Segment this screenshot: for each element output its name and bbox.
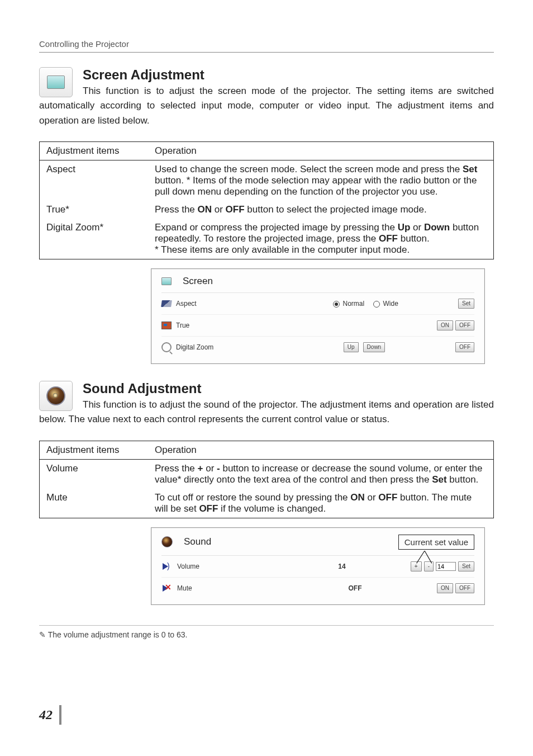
screen-icon [47, 75, 65, 89]
mute-on-button[interactable]: ON [437, 583, 453, 593]
sound-row-volume-op: Press the + or - button to increase or d… [148, 459, 494, 489]
true-on-button[interactable]: ON [437, 320, 453, 330]
dz-down-button[interactable]: Down [363, 342, 386, 352]
aspect-radio-wide[interactable]: Wide [373, 300, 398, 308]
screen-table: Adjustment items Operation Aspect Used t… [39, 141, 494, 259]
digital-zoom-icon [161, 342, 172, 352]
volume-input[interactable] [436, 562, 456, 571]
screen-title: Screen Adjustment [39, 67, 494, 83]
screen-th-items: Adjustment items [40, 142, 149, 160]
screen-row-dz-op: Expand or compress the projected image b… [148, 219, 494, 259]
sound-row-volume-item: Volume [40, 459, 149, 489]
page-number: 42 [39, 707, 53, 722]
true-off-button[interactable]: OFF [455, 320, 474, 330]
screen-row-aspect-op: Used to change the screen mode. Select t… [148, 160, 494, 201]
mute-icon [163, 585, 168, 592]
sound-th-op: Operation [148, 441, 494, 459]
mute-current-value: OFF [349, 584, 362, 592]
aspect-set-button[interactable]: Set [458, 299, 474, 309]
pencil-icon: ✎ [39, 630, 46, 639]
sound-panel: Sound Current set value Volume 14 + - Se… [151, 527, 485, 605]
current-set-value-callout: Current set value [398, 535, 474, 550]
aspect-label: Aspect [176, 300, 197, 308]
volume-set-button[interactable]: Set [458, 561, 474, 571]
sound-intro: This function is to adjust the sound of … [39, 398, 494, 427]
sound-section-icon [39, 381, 73, 411]
screen-row-true-item: True* [40, 201, 149, 219]
mute-off-button[interactable]: OFF [455, 583, 474, 593]
screen-th-op: Operation [148, 142, 494, 160]
sound-title: Sound Adjustment [39, 381, 494, 396]
sound-row-mute-op: To cut off or restore the sound by press… [148, 489, 494, 518]
screen-row-true-op: Press the ON or OFF button to select the… [148, 201, 494, 219]
screen-panel-title: Screen [183, 276, 213, 287]
callout-pointer [413, 551, 436, 564]
page-header: Controlling the Projector [39, 39, 494, 53]
sound-th-items: Adjustment items [40, 441, 149, 459]
volume-icon [163, 563, 168, 570]
true-label: True [176, 322, 189, 329]
footnote: ✎ The volume adjustment range is 0 to 63… [39, 630, 494, 639]
aspect-radio-normal[interactable]: Normal [333, 300, 364, 308]
sound-table: Adjustment items Operation Volume Press … [39, 441, 494, 518]
screen-row-aspect-item: Aspect [40, 160, 149, 201]
sound-panel-icon [161, 536, 173, 547]
aspect-icon [161, 300, 172, 307]
screen-panel: Screen Aspect Normal Wide Set True ON [151, 268, 485, 364]
mute-label: Mute [177, 584, 192, 592]
sound-panel-title: Sound [184, 536, 211, 547]
screen-panel-icon [161, 277, 172, 285]
dz-up-button[interactable]: Up [344, 342, 359, 352]
volume-label: Volume [177, 563, 199, 570]
true-icon [161, 322, 172, 329]
dz-off-button[interactable]: OFF [455, 342, 474, 352]
volume-current-value: 14 [338, 563, 345, 570]
screen-row-dz-item: Digital Zoom* [40, 219, 149, 259]
digital-zoom-label: Digital Zoom [176, 343, 213, 351]
speaker-icon [46, 386, 65, 405]
sound-row-mute-item: Mute [40, 489, 149, 518]
screen-intro: This function is to adjust the screen mo… [39, 84, 494, 128]
screen-section-icon [39, 67, 73, 97]
